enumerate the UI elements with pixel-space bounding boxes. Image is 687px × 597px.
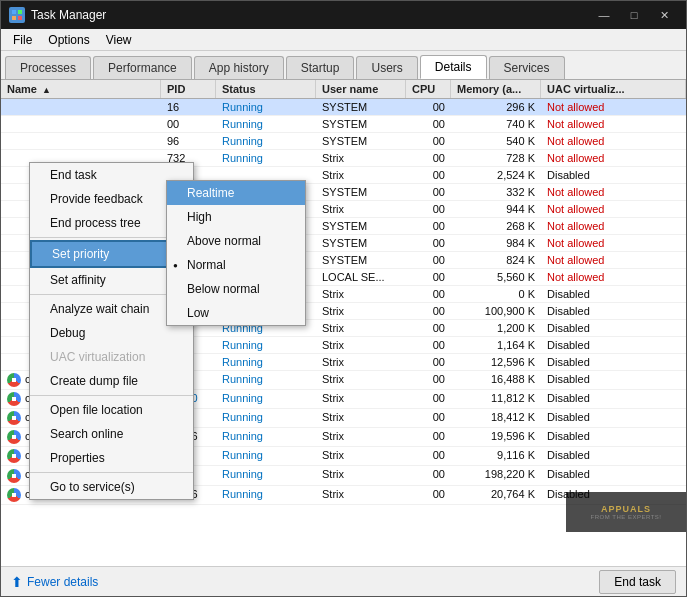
- cell-status: Running: [216, 371, 316, 389]
- cell-uac: Disabled: [541, 409, 686, 427]
- cell-uac: Disabled: [541, 320, 686, 336]
- window-title: Task Manager: [31, 8, 590, 22]
- cell-user: SYSTEM: [316, 133, 406, 149]
- ctx-open-file-location[interactable]: Open file location: [30, 398, 193, 422]
- tab-users[interactable]: Users: [356, 56, 417, 79]
- cell-cpu: 00: [406, 409, 451, 427]
- cell-cpu: 00: [406, 428, 451, 446]
- col-uac[interactable]: UAC virtualiz...: [541, 80, 686, 98]
- col-memory[interactable]: Memory (a...: [451, 80, 541, 98]
- table-header: Name ▲ PID Status User name CPU Memory (…: [1, 80, 686, 99]
- cell-cpu: 00: [406, 150, 451, 166]
- watermark-subtitle: FROM THE EXPERTS!: [591, 514, 662, 520]
- chrome-icon: [7, 469, 21, 483]
- cell-user: Strix: [316, 486, 406, 504]
- status-bar: ⬆ Fewer details End task: [1, 566, 686, 596]
- cell-memory: 268 K: [451, 218, 541, 234]
- cell-status: Running: [216, 428, 316, 446]
- cell-memory: 728 K: [451, 150, 541, 166]
- cell-user: SYSTEM: [316, 99, 406, 115]
- col-status[interactable]: Status: [216, 80, 316, 98]
- fewer-details-button[interactable]: ⬆ Fewer details: [11, 574, 98, 590]
- cell-user: SYSTEM: [316, 184, 406, 200]
- table-row[interactable]: 96 Running SYSTEM 00 540 K Not allowed: [1, 133, 686, 150]
- ctx-go-to-services[interactable]: Go to service(s): [30, 475, 193, 499]
- cell-user: Strix: [316, 390, 406, 408]
- cell-memory: 1,164 K: [451, 337, 541, 353]
- cell-cpu: 00: [406, 184, 451, 200]
- cell-memory: 16,488 K: [451, 371, 541, 389]
- cell-uac: Not allowed: [541, 150, 686, 166]
- cell-memory: 2,524 K: [451, 167, 541, 183]
- menu-file[interactable]: File: [5, 31, 40, 49]
- sub-low[interactable]: Low: [167, 301, 305, 325]
- cell-cpu: 00: [406, 466, 451, 484]
- cell-status: Running: [216, 133, 316, 149]
- cell-cpu: 00: [406, 486, 451, 504]
- ctx-uac-virtualization: UAC virtualization: [30, 345, 193, 369]
- cell-user: Strix: [316, 167, 406, 183]
- svg-rect-0: [12, 10, 16, 14]
- sub-normal[interactable]: Normal: [167, 253, 305, 277]
- table-row[interactable]: 00 Running SYSTEM 00 740 K Not allowed: [1, 116, 686, 133]
- svg-rect-3: [18, 16, 22, 20]
- watermark-title: APPUALS: [601, 504, 651, 514]
- svg-rect-1: [18, 10, 22, 14]
- sub-high[interactable]: High: [167, 205, 305, 229]
- ctx-create-dump-file[interactable]: Create dump file: [30, 369, 193, 393]
- cell-user: Strix: [316, 337, 406, 353]
- menu-options[interactable]: Options: [40, 31, 97, 49]
- ctx-properties[interactable]: Properties: [30, 446, 193, 470]
- cell-user: Strix: [316, 150, 406, 166]
- end-task-button[interactable]: End task: [599, 570, 676, 594]
- cell-status: Running: [216, 466, 316, 484]
- cell-cpu: 00: [406, 133, 451, 149]
- task-manager-window: Task Manager — □ ✕ File Options View Pro…: [0, 0, 687, 597]
- cell-user: SYSTEM: [316, 235, 406, 251]
- col-pid[interactable]: PID: [161, 80, 216, 98]
- sort-arrow: ▲: [42, 85, 51, 95]
- tab-app-history[interactable]: App history: [194, 56, 284, 79]
- minimize-button[interactable]: —: [590, 5, 618, 25]
- cell-uac: Disabled: [541, 337, 686, 353]
- table-row[interactable]: 16 Running SYSTEM 00 296 K Not allowed: [1, 99, 686, 116]
- close-button[interactable]: ✕: [650, 5, 678, 25]
- sub-realtime[interactable]: Realtime: [167, 181, 305, 205]
- cell-user: Strix: [316, 286, 406, 302]
- cell-uac: Disabled: [541, 303, 686, 319]
- cell-user: Strix: [316, 409, 406, 427]
- col-name[interactable]: Name ▲: [1, 80, 161, 98]
- cell-uac: Not allowed: [541, 184, 686, 200]
- ctx-search-online[interactable]: Search online: [30, 422, 193, 446]
- cell-memory: 5,560 K: [451, 269, 541, 285]
- cell-cpu: 00: [406, 201, 451, 217]
- maximize-button[interactable]: □: [620, 5, 648, 25]
- cell-cpu: 00: [406, 116, 451, 132]
- cell-uac: Disabled: [541, 428, 686, 446]
- tab-services[interactable]: Services: [489, 56, 565, 79]
- cell-memory: 1,200 K: [451, 320, 541, 336]
- ctx-divider-4: [30, 472, 193, 473]
- sub-below-normal[interactable]: Below normal: [167, 277, 305, 301]
- cell-status: Running: [216, 150, 316, 166]
- tab-details[interactable]: Details: [420, 55, 487, 79]
- chrome-icon: [7, 392, 21, 406]
- tab-performance[interactable]: Performance: [93, 56, 192, 79]
- cell-user: Strix: [316, 466, 406, 484]
- cell-cpu: 00: [406, 390, 451, 408]
- col-username[interactable]: User name: [316, 80, 406, 98]
- cell-user: Strix: [316, 428, 406, 446]
- cell-cpu: 00: [406, 252, 451, 268]
- menu-view[interactable]: View: [98, 31, 140, 49]
- col-cpu[interactable]: CPU: [406, 80, 451, 98]
- cell-uac: Disabled: [541, 286, 686, 302]
- cell-cpu: 00: [406, 269, 451, 285]
- cell-user: Strix: [316, 371, 406, 389]
- cell-memory: 332 K: [451, 184, 541, 200]
- cell-memory: 296 K: [451, 99, 541, 115]
- sub-above-normal[interactable]: Above normal: [167, 229, 305, 253]
- cell-memory: 540 K: [451, 133, 541, 149]
- tab-processes[interactable]: Processes: [5, 56, 91, 79]
- tab-startup[interactable]: Startup: [286, 56, 355, 79]
- cell-status: Running: [216, 390, 316, 408]
